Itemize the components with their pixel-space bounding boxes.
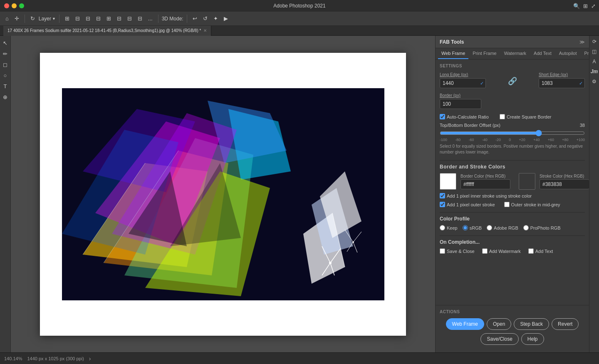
align-left[interactable]: ⊟ xyxy=(73,14,82,23)
select-tool[interactable]: ↖ xyxy=(1,38,10,47)
save-close-btn[interactable]: Save/Close xyxy=(480,333,518,345)
short-edge-input[interactable] xyxy=(539,79,577,88)
add-text-label[interactable]: Add Text xyxy=(528,248,553,254)
auto-calculate-label[interactable]: Auto-Calculate Ratio xyxy=(440,114,489,119)
tab-print-frame[interactable]: Print Frame xyxy=(469,48,500,59)
edge-settings-grid: Long Edge (px) ✓ 🔗 Short Edge (px) ✓ xyxy=(440,72,585,88)
add-text-checkbox[interactable] xyxy=(528,248,534,254)
radio-adobe-rgb-input[interactable] xyxy=(487,225,492,230)
stroke-color-block-container xyxy=(519,173,535,190)
tab-watermark[interactable]: Watermark xyxy=(501,48,530,59)
eraser-tool[interactable]: ◻ xyxy=(1,60,10,69)
type-btn[interactable]: A xyxy=(590,57,599,66)
distribute-v[interactable]: ⊟ xyxy=(125,14,134,23)
outer-stroke-label[interactable]: Add 1 pixel outer stroke xyxy=(440,202,495,207)
align-v[interactable]: ⊞ xyxy=(104,14,113,23)
label-btn[interactable]: Jm xyxy=(590,67,599,76)
more-options[interactable]: ... xyxy=(146,14,155,23)
3d-mode-label: 3D Mode: xyxy=(162,16,183,22)
border-color-input[interactable] xyxy=(460,179,510,189)
stroke-color-swatch[interactable] xyxy=(519,173,535,190)
align-center[interactable]: ⊟ xyxy=(84,14,92,23)
stroke-color-field-group: Stroke Color (Hex RGB) xyxy=(540,174,589,189)
history-btn[interactable]: ⟳ xyxy=(590,37,599,46)
extras-btn[interactable]: ✦ xyxy=(211,14,220,23)
redo-btn[interactable]: ↺ xyxy=(201,14,210,23)
settings-header: SETTINGS xyxy=(440,64,585,68)
tab-add-text[interactable]: Add Text xyxy=(530,48,555,59)
video-btn[interactable]: ▶ xyxy=(222,14,230,23)
border-input[interactable] xyxy=(440,99,481,109)
step-back-btn[interactable]: Step Back xyxy=(514,318,549,330)
color-row: Border Color (Hex RGB) Stroke Color (Hex… xyxy=(440,173,585,190)
toolbar: ⌂ ✛ ↻ Layer ▼ ⊞ ⊟ ⊟ ⊟ ⊞ ⊟ ⊟ ⊟ ... 3D Mod… xyxy=(0,12,599,26)
inner-stroke-label[interactable]: Add 1 pixel inner stroke using stroke co… xyxy=(440,193,532,198)
svg-point-21 xyxy=(329,262,332,264)
offset-slider[interactable] xyxy=(440,130,585,136)
radio-adobe-rgb[interactable]: Adobe RGB xyxy=(487,225,518,230)
shape-tool[interactable]: ○ xyxy=(1,71,10,80)
dimensions: 1440 px x 1025 px (300 ppi) xyxy=(27,356,84,361)
search-icon[interactable]: 🔍 xyxy=(573,3,580,9)
outer-stroke-checkbox[interactable] xyxy=(440,202,445,207)
slider-value: 38 xyxy=(580,123,585,128)
mid-grey-label[interactable]: Outer stroke in mid-grey xyxy=(504,202,560,207)
status-arrow[interactable]: › xyxy=(89,355,91,362)
mid-grey-checkbox[interactable] xyxy=(504,202,510,207)
add-watermark-checkbox[interactable] xyxy=(482,248,488,254)
open-btn[interactable]: Open xyxy=(487,318,511,330)
border-label[interactable]: Border (px) xyxy=(440,93,481,98)
create-square-border-checkbox[interactable] xyxy=(500,114,505,119)
checkbox-row-1: Auto-Calculate Ratio Create Square Borde… xyxy=(440,114,585,119)
radio-keep[interactable]: Keep xyxy=(440,225,458,230)
auto-calculate-checkbox[interactable] xyxy=(440,114,445,119)
grid-btn[interactable]: ⊞ xyxy=(63,14,72,23)
link-icon[interactable]: 🔗 xyxy=(506,76,519,87)
save-close-label[interactable]: Save & Close xyxy=(440,248,475,254)
crystal-shapes-svg xyxy=(62,88,384,300)
radio-prophoto-rgb[interactable]: ProPhoto RGB xyxy=(523,225,561,230)
maximize-button[interactable] xyxy=(19,3,24,8)
window-icon[interactable]: ⊞ xyxy=(583,3,588,9)
inner-stroke-checkbox[interactable] xyxy=(440,193,445,198)
undo-btn[interactable]: ↩ xyxy=(191,14,199,23)
panel-chevron[interactable]: ≫ xyxy=(579,39,585,45)
tab-autopilot[interactable]: Autopilot xyxy=(556,48,580,59)
short-edge-label[interactable]: Short Edge (px) xyxy=(539,72,585,77)
border-color-swatch[interactable] xyxy=(440,173,456,190)
toolbar-divider-2 xyxy=(59,15,59,23)
home-button[interactable]: ⌂ xyxy=(3,14,11,23)
radio-srgb[interactable]: sRGB xyxy=(463,225,482,230)
tab-close-icon[interactable]: ✕ xyxy=(203,28,207,33)
expand-icon[interactable]: ⤢ xyxy=(591,3,596,9)
align-end[interactable]: ⊟ xyxy=(136,14,144,23)
zoom-tool[interactable]: ⊕ xyxy=(1,92,10,102)
align-right[interactable]: ⊟ xyxy=(94,14,103,23)
stroke-color-input[interactable] xyxy=(540,179,589,189)
move-tool[interactable]: ✛ xyxy=(12,14,21,23)
color-section: Border and Stroke Colors Border Color (H… xyxy=(440,164,585,207)
distribute-h[interactable]: ⊟ xyxy=(115,14,124,23)
type-tool[interactable]: T xyxy=(1,82,10,91)
close-button[interactable] xyxy=(4,3,9,8)
help-btn[interactable]: Help xyxy=(521,333,544,345)
radio-prophoto-rgb-input[interactable] xyxy=(523,225,529,230)
radio-keep-input[interactable] xyxy=(440,225,445,230)
long-edge-input[interactable] xyxy=(440,79,478,88)
long-edge-label[interactable]: Long Edge (px) xyxy=(440,72,486,77)
save-close-checkbox[interactable] xyxy=(440,248,445,254)
slider-container: Top/Bottom Border Offset (px) 38 -100 -8… xyxy=(440,123,585,155)
brush-tool[interactable]: ✏ xyxy=(1,49,10,58)
tab-web-frame[interactable]: Web Frame xyxy=(438,48,468,59)
minimize-button[interactable] xyxy=(12,3,17,8)
create-square-border-label[interactable]: Create Square Border xyxy=(500,114,552,119)
on-completion-header: On Completion... xyxy=(440,239,585,245)
active-tab[interactable]: 17 400X 26 Frames Sodium sulfite 2021-05… xyxy=(3,26,211,36)
extra-btn[interactable]: ⚙ xyxy=(590,77,599,86)
revert-btn[interactable]: Revert xyxy=(552,318,579,330)
rotate-tool[interactable]: ↻ xyxy=(28,14,37,23)
add-watermark-label[interactable]: Add Watermark xyxy=(482,248,521,254)
layers-btn[interactable]: ◫ xyxy=(590,47,599,56)
radio-srgb-input[interactable] xyxy=(463,225,468,230)
web-frame-btn[interactable]: Web Frame xyxy=(446,318,484,330)
